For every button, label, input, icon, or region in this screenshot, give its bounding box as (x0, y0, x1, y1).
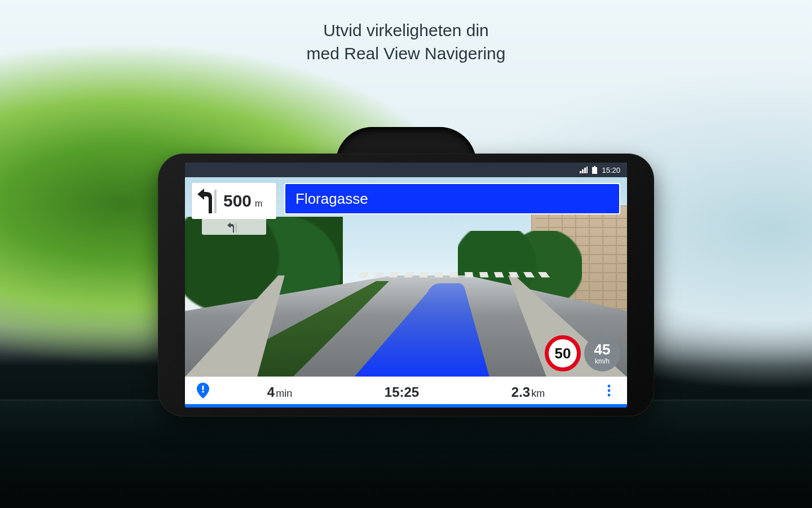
bottom-accent-bar (185, 404, 627, 408)
eta-value: 15:25 (385, 384, 419, 400)
remaining-time-value: 4 (267, 384, 275, 400)
phone-screen: 15:20 (185, 163, 627, 408)
remaining-distance-unit: km (531, 388, 545, 400)
svg-point-5 (608, 389, 611, 392)
signal-icon (580, 167, 588, 173)
remaining-time-unit: min (276, 388, 292, 400)
trip-stats[interactable]: 4min 15:25 2.3km (221, 384, 591, 400)
remaining-distance-value: 2.3 (511, 384, 530, 400)
bottom-info-bar: 4min 15:25 2.3km (185, 376, 627, 408)
svg-point-4 (608, 385, 611, 388)
speed-limit-value: 50 (555, 345, 571, 362)
lane-indicator (202, 219, 266, 235)
promo-heading-line2: med Real View Navigering (0, 42, 812, 65)
svg-rect-0 (214, 190, 217, 213)
promo-heading: Utvid virkeligheten din med Real View Na… (0, 19, 812, 65)
remaining-distance: 2.3km (511, 384, 545, 400)
more-menu-button[interactable] (591, 377, 627, 408)
svg-rect-1 (236, 223, 237, 233)
street-name-label: Floragasse (295, 190, 368, 208)
speed-badges: 50 45 km/h (545, 335, 620, 371)
street-name-bar[interactable]: Floragasse (284, 183, 620, 214)
current-speed-badge: 45 km/h (584, 335, 620, 371)
turn-left-icon (197, 186, 220, 216)
map-pin-alert-icon (197, 383, 209, 402)
current-speed-unit: km/h (595, 358, 610, 365)
crosswalk (358, 272, 551, 278)
svg-point-3 (202, 391, 204, 392)
report-button[interactable] (185, 377, 221, 408)
svg-point-6 (608, 394, 611, 397)
turn-instruction-chip[interactable]: 500 m (192, 183, 276, 219)
remaining-time: 4min (267, 384, 292, 400)
status-time: 15:20 (602, 166, 620, 174)
promo-heading-line1: Utvid virkeligheten din (0, 19, 812, 42)
svg-rect-2 (202, 386, 204, 390)
speed-limit-badge: 50 (545, 335, 581, 371)
eta: 15:25 (385, 384, 419, 400)
android-status-bar: 15:20 (185, 163, 627, 177)
kebab-menu-icon (607, 384, 611, 400)
battery-icon (592, 166, 597, 174)
turn-distance-value: 500 (223, 191, 251, 211)
current-speed-value: 45 (594, 342, 611, 357)
phone-frame: 15:20 (158, 154, 654, 417)
turn-distance-unit: m (255, 199, 262, 209)
